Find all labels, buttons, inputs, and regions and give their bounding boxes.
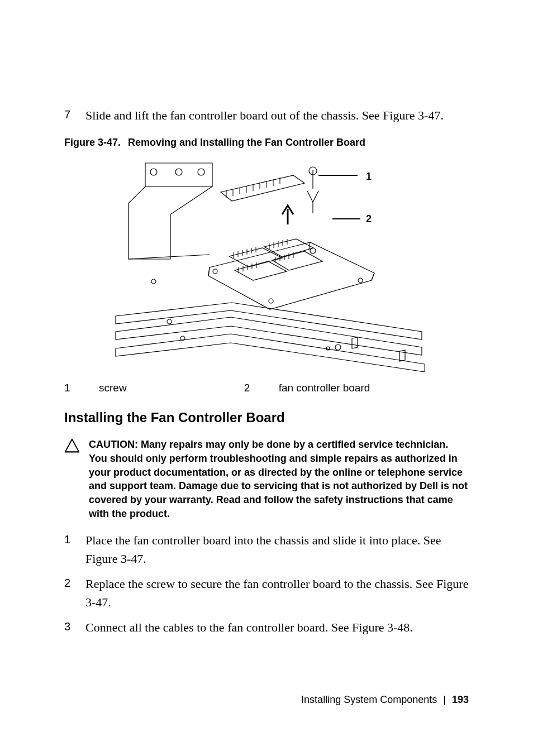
svg-point-26 (150, 169, 157, 175)
step-number: 3 (64, 618, 85, 637)
callout-2: 2 (366, 213, 372, 224)
step-text: Place the fan controller board into the … (85, 531, 469, 568)
step-text: Replace the screw to secure the fan cont… (85, 575, 469, 611)
svg-point-40 (358, 278, 363, 283)
step-text: Slide and lift the fan controller board … (85, 106, 469, 125)
svg-point-39 (213, 269, 217, 274)
section-heading: Installing the Fan Controller Board (64, 410, 469, 425)
caution-icon (64, 438, 89, 521)
caution-text: CAUTION: Many repairs may only be done b… (89, 438, 469, 521)
legend-num: 1 (64, 382, 99, 394)
legend-num: 2 (244, 382, 279, 394)
step-number: 2 (64, 575, 85, 611)
caution-block: CAUTION: Many repairs may only be done b… (64, 438, 469, 521)
page-number: 193 (452, 694, 469, 705)
legend-label: fan controller board (279, 382, 370, 394)
svg-point-28 (198, 169, 204, 175)
step-item: 1 Place the fan controller board into th… (64, 531, 469, 568)
step-item: 2 Replace the screw to secure the fan co… (64, 575, 469, 611)
svg-point-38 (310, 248, 316, 253)
callout-1: 1 (366, 171, 372, 182)
svg-point-27 (175, 169, 182, 175)
legend-item: 2 fan controller board (244, 382, 370, 394)
footer-separator: | (443, 694, 446, 705)
figure-caption: Figure 3-47. Removing and Installing the… (64, 137, 469, 149)
step-text: Connect all the cables to the fan contro… (85, 618, 469, 637)
document-page: 7 Slide and lift the fan controller boar… (0, 0, 533, 756)
caution-label: CAUTION: (89, 439, 138, 450)
footer-section: Installing System Components (301, 694, 437, 705)
figure-legend: 1 screw 2 fan controller board (64, 382, 469, 394)
step-number: 1 (64, 531, 85, 568)
step-item: 7 Slide and lift the fan controller boar… (64, 106, 469, 125)
page-footer: Installing System Components | 193 (301, 694, 469, 706)
step-number: 7 (64, 106, 85, 125)
svg-point-42 (151, 279, 156, 284)
svg-point-41 (269, 299, 273, 303)
svg-point-43 (167, 319, 172, 324)
fan-controller-board-diagram: 1 2 (109, 159, 425, 372)
step-item: 3 Connect all the cables to the fan cont… (64, 618, 469, 637)
legend-item: 1 screw (64, 382, 127, 394)
svg-point-46 (326, 347, 330, 350)
figure-title: Removing and Installing the Fan Controll… (128, 137, 365, 148)
caution-body: Many repairs may only be done by a certi… (89, 439, 468, 519)
figure-number: Figure 3-47. (64, 137, 121, 148)
figure-illustration: 1 2 (109, 159, 425, 372)
svg-point-45 (335, 344, 341, 350)
legend-label: screw (99, 382, 127, 394)
